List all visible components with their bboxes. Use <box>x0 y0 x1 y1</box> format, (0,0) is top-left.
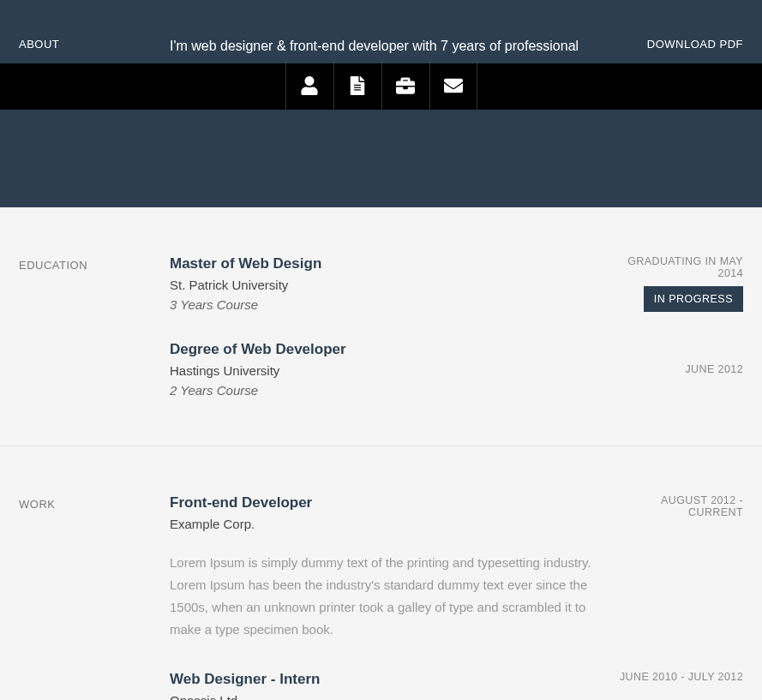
work-label: WORK <box>19 494 170 700</box>
education-title: Master of Web Design <box>170 255 615 272</box>
work-company: Example Corp. <box>170 517 615 531</box>
work-company: Onassis Ltd. <box>170 693 615 700</box>
nav-about[interactable] <box>285 63 333 110</box>
file-text-icon <box>348 76 367 98</box>
work-title: Web Designer - Intern <box>170 671 615 688</box>
education-date: GRADUATING IN MAY 2014 <box>615 255 743 279</box>
work-date: JUNE 2010 - JULY 2012 <box>615 671 743 683</box>
education-entry: Master of Web Design St. Patrick Univers… <box>170 255 615 312</box>
envelope-icon <box>444 76 463 98</box>
education-school: St. Patrick University <box>170 278 615 292</box>
education-note: 3 Years Course <box>170 297 615 312</box>
briefcase-icon <box>396 76 415 98</box>
main-nav <box>0 63 762 110</box>
download-pdf-link[interactable]: DOWNLOAD PDF <box>615 34 743 51</box>
education-label: EDUCATION <box>19 255 170 398</box>
work-entry: Web Designer - Intern Onassis Ltd. <box>170 671 615 700</box>
work-title: Front-end Developer <box>170 494 615 512</box>
nav-contact[interactable] <box>429 63 477 110</box>
education-date: JUNE 2012 <box>615 363 743 375</box>
work-date: AUGUST 2012 - CURRENT <box>615 494 743 518</box>
user-icon <box>300 76 319 98</box>
nav-portfolio[interactable] <box>381 63 429 110</box>
about-section: ABOUT I'm web designer & front-end devel… <box>0 0 762 207</box>
work-description: Lorem Ipsum is simply dummy text of the … <box>170 552 615 642</box>
education-school: Hastings University <box>170 363 615 378</box>
status-badge: IN PROGRESS <box>644 286 743 312</box>
education-note: 2 Years Course <box>170 383 615 398</box>
education-section: EDUCATION Master of Web Design St. Patri… <box>0 207 762 446</box>
work-section: WORK Front-end Developer Example Corp. L… <box>0 446 762 700</box>
work-entry: Front-end Developer Example Corp. Lorem … <box>170 494 615 642</box>
education-title: Degree of Web Developer <box>170 341 615 358</box>
nav-resume[interactable] <box>333 63 381 110</box>
education-entry: Degree of Web Developer Hastings Univers… <box>170 341 615 398</box>
